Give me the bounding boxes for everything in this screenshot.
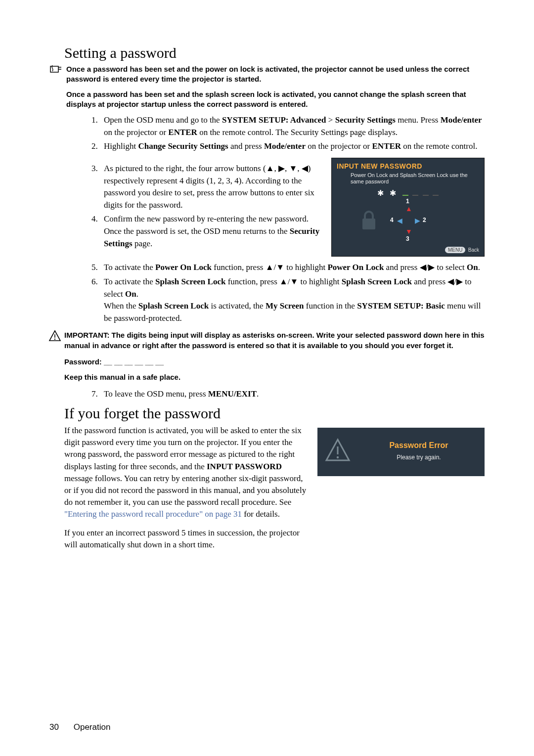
error-title: Password Error — [360, 441, 478, 450]
svg-rect-0 — [362, 219, 375, 229]
step-3: As pictured to the right, the four arrow… — [100, 163, 324, 212]
note-icon — [49, 64, 66, 74]
osd-direction-pad: 1 ▲ 4 ◀ ▶ 2 ▼ 3 — [378, 199, 438, 243]
important-note: IMPORTANT: The digits being input will d… — [64, 330, 485, 351]
osd-title: INPUT NEW PASSWORD — [337, 162, 479, 170]
step-1: Open the OSD menu and go to the SYSTEM S… — [100, 114, 485, 138]
step-6: To activate the Splash Screen Lock funct… — [100, 276, 485, 325]
osd-input-password-figure: INPUT NEW PASSWORD Power On Lock and Spl… — [331, 158, 485, 257]
password-blank-line: Password: __ __ __ __ __ __ — [64, 357, 485, 366]
svg-point-4 — [337, 456, 339, 458]
caution-icon — [48, 330, 64, 344]
heading-forget-password: If you forget the password — [64, 405, 485, 422]
osd-subtitle: Power On Lock and Splash Screen Lock use… — [337, 172, 479, 185]
step-4: Confirm the new password by re-entering … — [100, 213, 324, 250]
osd-back-label: Back — [468, 247, 479, 253]
osd-menu-button: MENU — [445, 247, 465, 253]
lock-icon — [360, 210, 377, 233]
warning-triangle-icon — [324, 438, 351, 464]
step-2: Highlight Change Security Settings and p… — [100, 140, 485, 153]
step-5: To activate the Power On Lock function, … — [100, 262, 485, 274]
heading-setting-password: Setting a password — [64, 44, 485, 61]
error-subtitle: Please try again. — [360, 454, 478, 461]
note-power-on-lock: Once a password has been set and the pow… — [66, 64, 485, 85]
forget-paragraph-1: If the password function is activated, y… — [64, 425, 308, 520]
section-name: Operation — [74, 722, 111, 732]
page-number: 30 — [49, 722, 71, 732]
keep-manual-note: Keep this manual in a safe place. — [64, 373, 485, 381]
page-footer: 30 Operation — [49, 722, 110, 732]
note-splash-lock: Once a password has been set and the spl… — [66, 89, 485, 110]
osd-password-error-figure: Password Error Please try again. — [317, 428, 485, 476]
step-7: To leave the OSD menu, press MENU/EXIT. — [100, 388, 485, 400]
osd-password-dots: ✱ ✱ — [337, 188, 479, 199]
recall-procedure-link[interactable]: "Entering the password recall procedure"… — [64, 509, 242, 519]
forget-paragraph-2: If you enter an incorrect password 5 tim… — [64, 527, 308, 551]
svg-point-2 — [54, 338, 55, 339]
